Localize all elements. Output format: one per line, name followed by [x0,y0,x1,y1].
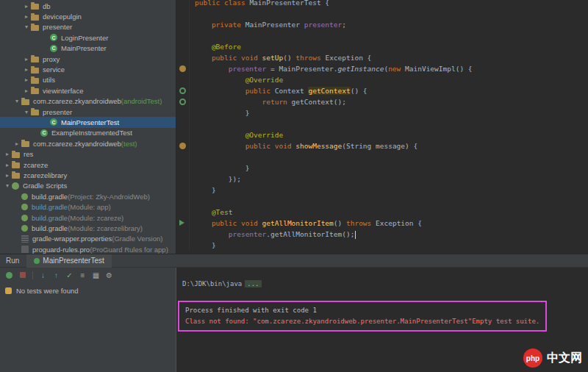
tree-item-label: proxy [43,55,60,63]
folded-text[interactable]: ... [245,280,261,287]
tree-item-com-zcareze-zkyandroidweb[interactable]: ▾com.zcareze.zkyandroidweb (androidTest) [0,96,176,107]
code-line-18[interactable] [195,196,588,207]
run-test-icon[interactable] [179,220,184,226]
expand-arrow-icon[interactable]: ▸ [3,172,12,179]
recursive-call-icon[interactable] [179,99,186,105]
expand-arrow-icon[interactable]: ▸ [22,56,31,62]
tree-item-label: service [43,65,65,74]
tree-item-viewinterface[interactable]: ▸viewinterface [0,85,176,96]
code-line-22[interactable]: } [195,240,588,251]
tree-item-build-gradle[interactable]: build.gradle (Module: zcareze) [0,212,176,223]
code-line-21[interactable]: presenter.getAllMonitorItem(); [195,229,588,240]
expand-arrow-icon[interactable]: ▸ [22,13,31,20]
tree-item-devicepulgin[interactable]: ▸devicepulgin [0,11,176,21]
tree-item-gradle-wrapper-properties[interactable]: gradle-wrapper.properties (Gradle Versio… [0,234,176,244]
code-editor[interactable]: public class MainPresenterTest { private… [176,0,588,254]
code-line-14[interactable] [195,151,588,162]
tree-item-utils[interactable]: ▸utils [0,75,176,85]
expand-arrow-icon[interactable]: ▸ [22,66,31,73]
override-marker-icon[interactable] [179,143,186,149]
test-status-row[interactable]: No tests were found [0,285,176,296]
tree-item-gradle-scripts[interactable]: ▾Gradle Scripts [0,181,176,191]
test-config-icon [34,258,40,264]
tree-item-presenter[interactable]: ▾presenter [0,22,176,32]
tree-item-res[interactable]: ▸res [0,149,176,159]
annotation-box: Process finished with exit code 1 Class … [178,301,547,332]
settings-button[interactable]: ⚙ [103,269,115,281]
folder-root-icon [12,162,20,168]
tree-item-build-gradle[interactable]: build.gradle (Module: app) [0,201,176,212]
project-tree[interactable]: ▸db▸devicepulgin▾presenterCLoginPresente… [0,0,176,254]
code-line-19[interactable]: @Test [195,207,588,218]
code-line-15[interactable]: } [195,162,588,174]
expand-arrow-icon[interactable]: ▸ [22,76,31,83]
code-line-7[interactable]: @Override [195,74,588,85]
gradle-file-icon [21,225,28,232]
code-line-0[interactable]: public class MainPresenterTest { [195,0,588,8]
code-line-12[interactable]: @Override [195,129,588,140]
folder-icon [31,57,39,62]
expand-arrow-icon[interactable]: ▾ [12,98,21,104]
tree-item-build-gradle[interactable]: build.gradle (Project: Zky-AndroidWeb) [0,191,176,201]
code-line-2[interactable]: private MainPresenter presenter; [195,19,588,30]
tree-item-presenter[interactable]: ▾presenter [0,107,176,117]
code-line-9[interactable]: return getContext(); [195,96,588,107]
tree-item-suffix: (ProGuard Rules for app) [90,246,168,254]
tree-item-mainpresentertest[interactable]: CMainPresenterTest [0,117,176,127]
code-line-20[interactable]: public void getAllMonitorItem() throws E… [195,218,588,229]
expand-arrow-icon[interactable]: ▾ [3,182,12,189]
code-line-3[interactable] [195,30,588,41]
previous-failed-test-button[interactable]: ↑ [50,269,62,281]
tree-item-service[interactable]: ▸service [0,64,176,74]
test-history-button[interactable]: ▦ [90,269,102,281]
tree-item-label: devicepulgin [43,12,82,21]
hide-passed-button[interactable]: ✓ [63,269,76,281]
code-line-6[interactable]: presenter = MainPresenter.getInstance(ne… [195,63,588,74]
tree-item-loginpresenter[interactable]: CLoginPresenter [0,32,176,43]
tree-item-db[interactable]: ▸db [0,1,176,11]
code-line-17[interactable]: } [195,185,588,196]
code-line-8[interactable]: public Context getContext() { [195,85,588,96]
code-line-16[interactable]: }); [195,174,588,185]
expand-arrow-icon[interactable]: ▸ [22,3,31,10]
expand-arrow-icon[interactable]: ▸ [3,151,12,157]
folder-icon [31,68,39,74]
expand-arrow-icon[interactable]: ▾ [22,24,31,30]
folder-icon [31,25,39,31]
run-console[interactable]: D:\JDK\bin\java... Process finished with… [176,268,588,372]
editor-gutter [176,0,190,251]
recursive-call-icon[interactable] [179,87,186,94]
tree-item-zcarezelibrary[interactable]: ▸zcarezelibrary [0,170,176,180]
sort-alphabetically-button[interactable]: ≡ [76,269,89,281]
console-command-text: D:\JDK\bin\java [182,280,242,287]
tree-item-label: db [43,2,51,10]
code-line-5[interactable]: public void setUp() throws Exception { [195,52,588,63]
tree-item-com-zcareze-zkyandroidweb[interactable]: ▸com.zcareze.zkyandroidweb (test) [0,138,176,149]
code-line-13[interactable]: public void showMessage(String message) … [195,140,588,151]
code-line-11[interactable] [195,118,588,129]
expand-arrow-icon[interactable]: ▾ [22,109,31,115]
code-line-4[interactable]: @Before [195,41,588,52]
editor-scroll: public class MainPresenterTest { private… [176,0,588,251]
next-failed-test-button[interactable]: ↓ [37,269,49,281]
tree-item-label: zcareze [24,161,48,169]
folder-root-icon [12,173,20,179]
tree-item-label: zcarezelibrary [24,171,67,179]
override-marker-icon[interactable] [179,65,186,72]
stop-button[interactable] [16,269,29,281]
tree-item-proxy[interactable]: ▸proxy [0,54,176,64]
expand-arrow-icon[interactable]: ▸ [3,162,12,168]
tree-item-mainpresenter[interactable]: CMainPresenter [0,43,176,54]
tree-item-zcareze[interactable]: ▸zcareze [0,160,176,170]
tree-item-build-gradle[interactable]: build.gradle (Module: zcarezelibrary) [0,223,176,233]
expand-arrow-icon[interactable]: ▸ [12,140,21,147]
code-line-10[interactable]: } [195,107,588,118]
tree-item-proguard-rules-pro[interactable]: proguard-rules.pro (ProGuard Rules for a… [0,244,176,254]
code-area[interactable]: public class MainPresenterTest { private… [190,0,588,251]
tree-item-exampleinstrumentedtest[interactable]: CExampleInstrumentedTest [0,128,176,138]
tree-item-label: com.zcareze.zkyandroidweb [33,140,121,148]
code-line-1[interactable] [195,8,588,19]
run-tab-mainpresentertest[interactable]: MainPresenterTest [26,254,111,268]
rerun-button[interactable] [3,269,15,281]
expand-arrow-icon[interactable]: ▸ [22,87,31,94]
